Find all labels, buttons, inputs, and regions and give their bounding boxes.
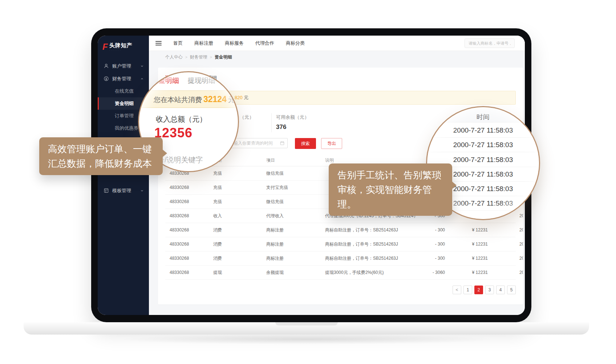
- breadcrumb-separator: >: [210, 55, 212, 59]
- pagination-page-5[interactable]: 5: [507, 286, 516, 294]
- nav-item-trademark-service[interactable]: 商标服务: [225, 40, 244, 46]
- cell-project: 余额提现: [266, 266, 284, 280]
- page: F 头牌知产 ······· 账户管理: [0, 0, 616, 364]
- breadcrumb-part[interactable]: 财务管理: [190, 54, 207, 60]
- stat-label: 可用余额（元）: [276, 114, 309, 121]
- stat-divider: [271, 113, 272, 132]
- lens-consumption-banner: 您在本站共消费32124元: [138, 90, 239, 108]
- cell-balance: ¥ 12231: [452, 251, 488, 266]
- trademark-search-input[interactable]: [465, 39, 515, 48]
- lens-tab-withdraw-detail: 提现明细: [188, 77, 215, 84]
- breadcrumb-current: 资金明细: [215, 54, 232, 60]
- hamburger-menu-icon[interactable]: [155, 41, 162, 45]
- cell-order: 48330268: [170, 237, 189, 251]
- cell-type: 提现: [213, 266, 222, 280]
- search-button[interactable]: 搜索: [295, 138, 316, 149]
- chevron-down-icon: [140, 64, 144, 68]
- stat-expense-label: （元）: [240, 114, 254, 121]
- brand-name: 头牌知产: [109, 42, 133, 49]
- chevron-down-icon: [140, 189, 144, 193]
- sidebar-item-label: 财务管理: [112, 76, 131, 82]
- laptop-base-notch: [275, 322, 338, 325]
- breadcrumb-part[interactable]: 个人中心: [165, 54, 183, 60]
- sidebar-item-label: 模板管理: [112, 187, 131, 194]
- cell-balance: ¥ 12231: [452, 237, 488, 251]
- user-icon: [104, 63, 109, 69]
- breadcrumb: 个人中心 > 财务管理 > 资金明细: [149, 51, 525, 63]
- cell-project: 支付宝充值: [266, 181, 288, 195]
- table-row: 48330268 提现 余额提现 提现3000元，手续费2%(60元) - 30…: [165, 266, 516, 280]
- cell-desc: 商标自助注册，订单号：SB2514263J: [325, 251, 398, 266]
- cell-order: 48330268: [170, 181, 189, 195]
- laptop-base: [24, 322, 589, 335]
- cell-order: 48330268: [170, 251, 189, 266]
- cell-time: 2000-7-27 11:58:03: [519, 223, 523, 237]
- lens-time-value: 2000-7-27 11:58:03: [427, 123, 539, 138]
- cell-time: 2000-7-27 11:58:03: [519, 251, 523, 266]
- sidebar-subitem-recharge[interactable]: 在线充值: [98, 85, 149, 97]
- cell-amount: - 300: [412, 251, 445, 266]
- sidebar-item-account[interactable]: 账户管理: [98, 60, 149, 72]
- cell-time: 2000-7-27 11:58:03: [519, 237, 523, 251]
- date-query-input[interactable]: [229, 141, 280, 146]
- cell-project: 微信充值: [266, 195, 284, 209]
- cell-desc: 商标自助注册，订单号：SB2514263J: [325, 223, 398, 237]
- brand-tagline: ·······: [109, 49, 133, 52]
- cell-balance: ¥ 12231: [452, 266, 488, 280]
- top-search: [465, 39, 515, 48]
- pagination-prev-button[interactable]: <: [453, 286, 461, 294]
- cell-amount: - 300: [412, 237, 445, 251]
- laptop-shadow: [40, 333, 574, 347]
- sort-caret-icon: ∨: [267, 154, 271, 166]
- cell-project: 商标注册: [266, 251, 284, 266]
- nav-item-home[interactable]: 首页: [173, 40, 183, 46]
- cell-type: 收入: [213, 209, 222, 223]
- stat-value: 376: [276, 124, 309, 131]
- logo: F 头牌知产 ·······: [102, 42, 149, 52]
- cell-time: 2000-7-27 11:58:03: [519, 266, 523, 280]
- lens-time-value: 2000-7-27 11:58:03: [427, 138, 539, 152]
- cell-order: 48330268: [170, 195, 189, 209]
- pagination-page-4[interactable]: 4: [496, 286, 505, 294]
- callout-right: 告别手工统计、告别繁琐审核，实现智能财务管理。: [329, 163, 452, 216]
- cell-amount: - 300: [412, 223, 445, 237]
- top-navbar: 首页 商标注册 商标服务 代理合作 商标分类: [149, 36, 525, 51]
- pagination-page-2-active[interactable]: 2: [474, 286, 483, 294]
- cell-project: 商标注册: [266, 237, 284, 251]
- top-nav: 首页 商标注册 商标服务 代理合作 商标分类: [173, 40, 305, 46]
- sidebar-item-template[interactable]: 模板管理: [98, 184, 149, 197]
- cell-type: 充值: [213, 166, 222, 181]
- nav-item-trademark-category[interactable]: 商标分类: [286, 40, 305, 46]
- breadcrumb-separator: >: [185, 55, 187, 59]
- export-button[interactable]: 导出: [321, 138, 342, 149]
- cell-type: 消费: [213, 223, 222, 237]
- calendar-icon: [280, 141, 284, 145]
- cell-desc: 商标自助注册，订单号：SB2514263J: [325, 237, 398, 251]
- cell-time: 2000-7-27 11:58:03: [519, 209, 523, 223]
- pagination-page-1[interactable]: 1: [463, 286, 472, 294]
- brand-logo-icon: F: [102, 43, 108, 51]
- nav-item-agency[interactable]: 代理合作: [255, 40, 274, 46]
- sidebar-item-finance[interactable]: 财务管理: [98, 72, 149, 85]
- table-row: 48330268 消费 商标注册 商标自助注册，订单号：SB2514263J -…: [165, 251, 516, 266]
- cell-project: 商标注册: [266, 223, 284, 237]
- template-icon: [104, 188, 109, 193]
- callout-left: 高效管理账户订单、一键汇总数据，降低财务成本: [39, 137, 163, 175]
- table-row: 48330268 消费 商标注册 商标自助注册，订单号：SB2514263J -…: [165, 237, 516, 251]
- cell-order: 48330268: [170, 266, 189, 280]
- cell-type: 消费: [213, 251, 222, 266]
- lens-income-label: 收入总额（元）: [156, 114, 207, 124]
- cell-amount: - 3060: [412, 266, 445, 280]
- stat-available-balance: 可用余额（元） 376: [276, 114, 309, 131]
- cell-order: 48330268: [170, 209, 189, 223]
- cell-order: 48330268: [170, 223, 189, 237]
- cell-type: 充值: [213, 181, 222, 195]
- chevron-up-icon: [140, 77, 144, 81]
- pagination-page-3[interactable]: 3: [485, 286, 494, 294]
- cell-project: 微信充值: [266, 166, 284, 181]
- sidebar-item-label: 账户管理: [112, 63, 131, 69]
- sidebar: F 头牌知产 ······· 账户管理: [98, 36, 149, 315]
- nav-item-trademark-register[interactable]: 商标注册: [194, 40, 213, 46]
- table-row: 48330268 消费 商标注册 商标自助注册，订单号：SB2514263J -…: [165, 223, 516, 237]
- coin-icon: [104, 76, 109, 81]
